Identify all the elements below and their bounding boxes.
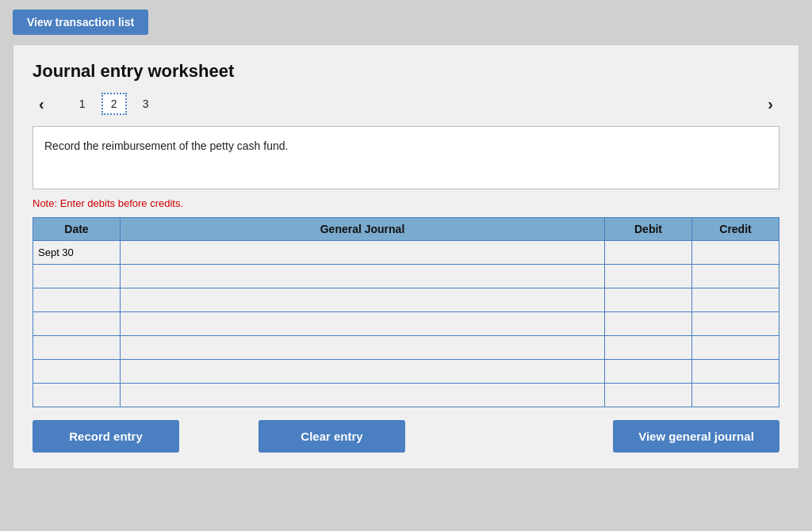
table-row [33,360,779,384]
date-input[interactable] [38,342,115,353]
journal-cell[interactable] [121,312,605,336]
credit-cell[interactable] [692,336,779,360]
journal-table: Date General Journal Debit Credit [33,217,779,407]
journal-cell[interactable] [121,384,605,407]
page-2[interactable]: 2 [102,93,127,115]
pagination-row: ‹ 1 2 3 › [33,93,779,115]
date-cell[interactable] [33,288,121,312]
col-header-journal: General Journal [121,218,605,241]
page-3[interactable]: 3 [133,93,159,115]
debit-cell[interactable] [605,241,692,265]
credit-input[interactable] [697,246,774,258]
debit-input[interactable] [610,365,687,377]
debit-cell[interactable] [605,384,692,407]
journal-cell[interactable] [121,241,605,265]
clear-entry-button[interactable]: Clear entry [259,420,405,453]
date-cell[interactable] [33,265,121,288]
instruction-box: Record the reimbursement of the petty ca… [33,126,779,189]
journal-input[interactable] [125,318,599,330]
journal-cell[interactable] [121,336,605,360]
debit-cell[interactable] [605,360,692,384]
debit-input[interactable] [610,246,687,258]
main-container: Journal entry worksheet ‹ 1 2 3 › Record… [13,44,799,469]
date-input[interactable] [38,294,115,306]
table-row [33,265,779,288]
next-page-arrow[interactable]: › [761,94,779,115]
credit-input[interactable] [697,342,774,353]
debit-cell[interactable] [605,265,692,288]
credit-input[interactable] [697,270,774,282]
credit-cell[interactable] [692,265,779,288]
prev-page-arrow[interactable]: ‹ [33,94,51,115]
credit-input[interactable] [697,365,774,377]
debit-cell[interactable] [605,312,692,336]
credit-cell[interactable] [692,241,779,265]
date-cell[interactable] [33,336,121,360]
table-row [33,384,779,407]
date-input[interactable] [38,270,115,282]
credit-cell[interactable] [692,360,779,384]
journal-input[interactable] [125,389,599,401]
top-bar: View transaction list [0,0,812,44]
journal-cell[interactable] [121,288,605,312]
credit-cell[interactable] [692,384,779,407]
col-header-date: Date [33,218,121,241]
journal-input[interactable] [125,270,599,282]
journal-input[interactable] [125,246,599,258]
note-text: Note: Enter debits before credits. [33,197,779,209]
journal-input[interactable] [125,342,599,353]
debit-input[interactable] [610,389,687,401]
col-header-debit: Debit [605,218,692,241]
date-cell[interactable] [33,384,121,407]
page-1[interactable]: 1 [70,93,95,115]
date-cell[interactable] [33,241,121,265]
table-row [33,288,779,312]
credit-input[interactable] [697,389,774,401]
credit-input[interactable] [697,294,774,306]
date-input[interactable] [38,318,115,330]
journal-cell[interactable] [121,360,605,384]
credit-input[interactable] [697,318,774,330]
credit-cell[interactable] [692,288,779,312]
button-row: Record entry Clear entry View general jo… [33,420,779,453]
debit-input[interactable] [610,294,687,306]
view-transaction-button[interactable]: View transaction list [13,10,148,35]
date-input[interactable] [38,246,115,258]
date-input[interactable] [38,389,115,401]
date-cell[interactable] [33,312,121,336]
table-row [33,312,779,336]
record-entry-button[interactable]: Record entry [33,420,179,453]
debit-input[interactable] [610,318,687,330]
debit-input[interactable] [610,270,687,282]
debit-input[interactable] [610,342,687,353]
date-cell[interactable] [33,360,121,384]
instruction-text: Record the reimbursement of the petty ca… [44,139,288,152]
journal-cell[interactable] [121,265,605,288]
table-row [33,241,779,265]
view-general-journal-button[interactable]: View general journal [613,420,779,453]
date-input[interactable] [38,365,115,377]
credit-cell[interactable] [692,312,779,336]
worksheet-title: Journal entry worksheet [33,61,779,82]
journal-input[interactable] [125,365,599,377]
journal-input[interactable] [125,294,599,306]
col-header-credit: Credit [692,218,779,241]
table-row [33,336,779,360]
debit-cell[interactable] [605,336,692,360]
debit-cell[interactable] [605,288,692,312]
